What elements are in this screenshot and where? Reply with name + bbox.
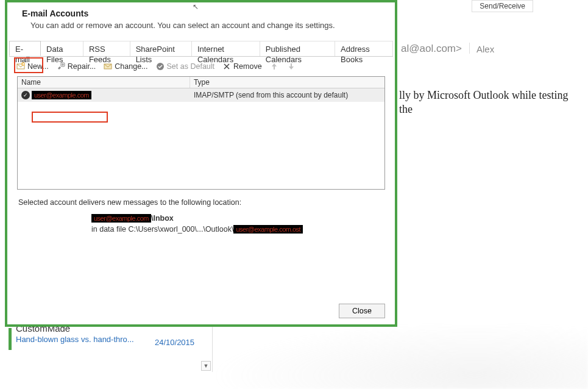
tab-address-books[interactable]: Address Books: [335, 41, 393, 56]
change-account-button[interactable]: Change...: [101, 60, 150, 73]
mouse-cursor-icon: ↖: [193, 2, 199, 11]
header-sender-name: Alex: [476, 44, 494, 54]
delivery-folder-suffix: \Inbox: [151, 214, 174, 223]
set-default-button: Set as Default: [153, 60, 218, 73]
message-date: 24/10/2015: [155, 338, 194, 347]
close-button[interactable]: Close: [339, 304, 385, 318]
account-name-redacted: user@example.com: [32, 91, 91, 99]
header-separator: [469, 43, 470, 54]
tab-data-files[interactable]: Data Files: [41, 41, 83, 56]
send-receive-label: Send/Receive: [480, 2, 525, 10]
tab-internet-calendars[interactable]: Internet Calendars: [192, 41, 260, 56]
dialog-footer: Close: [339, 304, 385, 318]
new-label: New...: [27, 62, 49, 71]
list-filter-dropdown[interactable]: ▼: [201, 361, 211, 371]
check-circle-icon: [155, 62, 165, 71]
account-settings-dialog: ↖ E-mail Accounts You can add or remove …: [5, 0, 397, 327]
dialog-title: E-mail Accounts: [22, 9, 384, 18]
change-icon: [103, 62, 113, 71]
tab-sharepoint-lists[interactable]: SharePoint Lists: [130, 41, 192, 56]
delivery-path-line: in data file C:\Users\xworl_000\...\Outl…: [18, 225, 384, 234]
repair-label: Repair...: [68, 62, 96, 71]
send-receive-button[interactable]: Send/Receive: [472, 0, 533, 12]
column-header-type[interactable]: Type: [190, 77, 384, 88]
delivery-text: Selected account delivers new messages t…: [18, 198, 384, 207]
delivery-folder-redacted: user@example.com: [91, 214, 151, 223]
delivery-path-prefix: in data file C:\Users\xworl_000\...\Outl…: [91, 225, 233, 234]
account-row[interactable]: ✓ user@example.com IMAP/SMTP (send from …: [18, 88, 384, 102]
dialog-subtitle: You can add or remove an account. You ca…: [22, 21, 384, 30]
blur-decoration: [210, 322, 588, 389]
account-type: IMAP/SMTP (send from this account by def…: [190, 90, 384, 101]
set-default-label: Set as Default: [167, 62, 215, 71]
arrow-down-icon: [286, 62, 296, 71]
unread-indicator: [9, 328, 12, 350]
tab-published-calendars[interactable]: Published Calendars: [260, 41, 335, 56]
pane-divider: [212, 323, 213, 372]
tab-rss-feeds[interactable]: RSS Feeds: [83, 41, 130, 56]
repair-icon: [56, 62, 66, 71]
account-list: Name Type ✓ user@example.com IMAP/SMTP (…: [17, 76, 385, 190]
repair-account-button[interactable]: Repair...: [54, 60, 99, 73]
delivery-info: Selected account delivers new messages t…: [7, 190, 395, 242]
arrow-up-icon: [269, 62, 279, 71]
remove-account-button[interactable]: Remove: [219, 60, 264, 73]
remove-label: Remove: [233, 62, 262, 71]
dialog-tabs: E-mail Data Files RSS Feeds SharePoint L…: [9, 41, 393, 57]
account-list-header: Name Type: [18, 77, 384, 88]
default-account-icon: ✓: [21, 91, 30, 99]
tab-email[interactable]: E-mail: [9, 41, 41, 56]
change-label: Change...: [115, 62, 147, 71]
move-up-button: [267, 60, 282, 73]
delivery-folder-line: user@example.com\Inbox: [18, 214, 384, 223]
move-down-button: [284, 60, 299, 73]
header-email-fragment: al@aol.com>: [401, 43, 462, 55]
remove-icon: [222, 62, 232, 71]
dialog-header: E-mail Accounts You can add or remove an…: [7, 2, 395, 41]
column-header-name[interactable]: Name: [18, 77, 190, 88]
email-body-fragment: lly by Microsoft Outlook while testing t…: [399, 88, 579, 117]
delivery-path-redacted: user@example.com.ost: [233, 225, 303, 234]
